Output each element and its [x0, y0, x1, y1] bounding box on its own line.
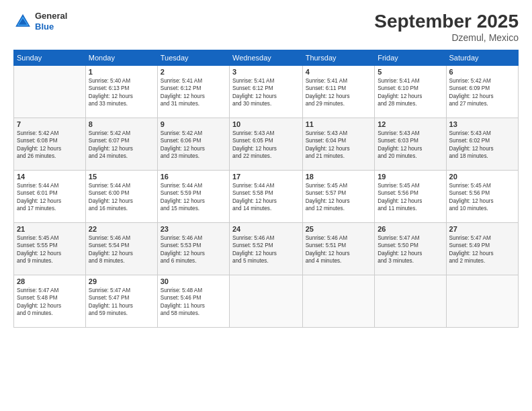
location: Dzemul, Mexico — [374, 32, 519, 43]
calendar-cell: 8Sunrise: 5:42 AMSunset: 6:07 PMDaylight… — [85, 118, 157, 171]
calendar-cell: 2Sunrise: 5:41 AMSunset: 6:12 PMDaylight… — [157, 66, 229, 118]
calendar-cell: 16Sunrise: 5:44 AMSunset: 5:59 PMDayligh… — [157, 171, 229, 223]
calendar-week-row: 21Sunrise: 5:45 AMSunset: 5:55 PMDayligh… — [14, 223, 519, 275]
day-number: 25 — [306, 225, 372, 233]
calendar-table: SundayMondayTuesdayWednesdayThursdayFrid… — [13, 50, 519, 328]
day-info: Sunrise: 5:44 AMSunset: 5:59 PMDaylight:… — [161, 182, 226, 213]
calendar-cell: 17Sunrise: 5:44 AMSunset: 5:58 PMDayligh… — [229, 171, 302, 223]
day-number: 11 — [306, 120, 372, 128]
day-number: 7 — [17, 120, 83, 128]
calendar-cell: 3Sunrise: 5:41 AMSunset: 6:12 PMDaylight… — [229, 66, 302, 118]
day-number: 8 — [89, 120, 154, 128]
day-info: Sunrise: 5:42 AMSunset: 6:09 PMDaylight:… — [449, 77, 515, 108]
calendar-cell: 15Sunrise: 5:44 AMSunset: 6:00 PMDayligh… — [85, 171, 157, 223]
day-info: Sunrise: 5:47 AMSunset: 5:47 PMDaylight:… — [89, 287, 154, 318]
header: General Blue September 2025 Dzemul, Mexi… — [13, 11, 519, 43]
day-info: Sunrise: 5:46 AMSunset: 5:52 PMDaylight:… — [232, 234, 300, 265]
day-number: 18 — [306, 173, 372, 181]
weekday-header-row: SundayMondayTuesdayWednesdayThursdayFrid… — [14, 50, 519, 66]
day-number: 22 — [89, 225, 154, 233]
calendar-cell: 5Sunrise: 5:41 AMSunset: 6:10 PMDaylight… — [375, 66, 446, 118]
day-number: 15 — [89, 173, 154, 181]
calendar-cell — [446, 275, 518, 328]
day-info: Sunrise: 5:42 AMSunset: 6:07 PMDaylight:… — [89, 130, 154, 161]
page: General Blue September 2025 Dzemul, Mexi… — [0, 0, 532, 411]
day-info: Sunrise: 5:44 AMSunset: 6:01 PMDaylight:… — [17, 182, 83, 213]
calendar-week-row: 14Sunrise: 5:44 AMSunset: 6:01 PMDayligh… — [14, 171, 519, 223]
weekday-header-sunday: Sunday — [14, 50, 86, 66]
day-info: Sunrise: 5:44 AMSunset: 6:00 PMDaylight:… — [89, 182, 154, 213]
day-number: 19 — [378, 173, 443, 181]
calendar-cell: 14Sunrise: 5:44 AMSunset: 6:01 PMDayligh… — [14, 171, 86, 223]
calendar-cell: 18Sunrise: 5:45 AMSunset: 5:57 PMDayligh… — [302, 171, 375, 223]
calendar-week-row: 7Sunrise: 5:42 AMSunset: 6:08 PMDaylight… — [14, 118, 519, 171]
calendar-cell: 25Sunrise: 5:46 AMSunset: 5:51 PMDayligh… — [302, 223, 375, 275]
calendar-cell: 28Sunrise: 5:47 AMSunset: 5:48 PMDayligh… — [14, 275, 86, 328]
calendar-cell: 6Sunrise: 5:42 AMSunset: 6:09 PMDaylight… — [446, 66, 518, 118]
day-number: 6 — [449, 68, 515, 76]
calendar-cell — [375, 275, 446, 328]
day-info: Sunrise: 5:43 AMSunset: 6:02 PMDaylight:… — [449, 130, 515, 161]
calendar-week-row: 1Sunrise: 5:40 AMSunset: 6:13 PMDaylight… — [14, 66, 519, 118]
day-info: Sunrise: 5:41 AMSunset: 6:10 PMDaylight:… — [378, 77, 443, 108]
day-info: Sunrise: 5:41 AMSunset: 6:12 PMDaylight:… — [161, 77, 226, 108]
day-number: 4 — [306, 68, 372, 76]
day-info: Sunrise: 5:44 AMSunset: 5:58 PMDaylight:… — [232, 182, 300, 213]
weekday-header-saturday: Saturday — [446, 50, 518, 66]
calendar-cell: 11Sunrise: 5:43 AMSunset: 6:04 PMDayligh… — [302, 118, 375, 171]
day-number: 26 — [378, 225, 443, 233]
day-number: 12 — [378, 120, 443, 128]
weekday-header-tuesday: Tuesday — [157, 50, 229, 66]
calendar-cell: 23Sunrise: 5:46 AMSunset: 5:53 PMDayligh… — [157, 223, 229, 275]
calendar-cell: 24Sunrise: 5:46 AMSunset: 5:52 PMDayligh… — [229, 223, 302, 275]
calendar-cell: 7Sunrise: 5:42 AMSunset: 6:08 PMDaylight… — [14, 118, 86, 171]
calendar-cell: 29Sunrise: 5:47 AMSunset: 5:47 PMDayligh… — [85, 275, 157, 328]
calendar-cell: 10Sunrise: 5:43 AMSunset: 6:05 PMDayligh… — [229, 118, 302, 171]
day-number: 16 — [161, 173, 226, 181]
day-info: Sunrise: 5:40 AMSunset: 6:13 PMDaylight:… — [89, 77, 154, 108]
day-number: 17 — [232, 173, 300, 181]
day-info: Sunrise: 5:45 AMSunset: 5:56 PMDaylight:… — [378, 182, 443, 213]
calendar-cell — [229, 275, 302, 328]
calendar-week-row: 28Sunrise: 5:47 AMSunset: 5:48 PMDayligh… — [14, 275, 519, 328]
logo-text: General Blue — [35, 11, 67, 32]
calendar-cell: 4Sunrise: 5:41 AMSunset: 6:11 PMDaylight… — [302, 66, 375, 118]
day-info: Sunrise: 5:41 AMSunset: 6:11 PMDaylight:… — [306, 77, 372, 108]
calendar-cell — [302, 275, 375, 328]
logo-icon — [13, 12, 32, 31]
calendar-cell: 12Sunrise: 5:43 AMSunset: 6:03 PMDayligh… — [375, 118, 446, 171]
day-info: Sunrise: 5:47 AMSunset: 5:50 PMDaylight:… — [378, 234, 443, 265]
day-info: Sunrise: 5:42 AMSunset: 6:06 PMDaylight:… — [161, 130, 226, 161]
day-number: 1 — [89, 68, 154, 76]
calendar-cell: 21Sunrise: 5:45 AMSunset: 5:55 PMDayligh… — [14, 223, 86, 275]
month-title: September 2025 — [374, 11, 519, 32]
weekday-header-wednesday: Wednesday — [229, 50, 302, 66]
day-info: Sunrise: 5:47 AMSunset: 5:48 PMDaylight:… — [17, 287, 83, 318]
day-info: Sunrise: 5:45 AMSunset: 5:55 PMDaylight:… — [17, 234, 83, 265]
day-info: Sunrise: 5:46 AMSunset: 5:54 PMDaylight:… — [89, 234, 154, 265]
calendar-cell — [14, 66, 86, 118]
title-block: September 2025 Dzemul, Mexico — [374, 11, 519, 43]
day-info: Sunrise: 5:41 AMSunset: 6:12 PMDaylight:… — [232, 77, 300, 108]
calendar-cell: 9Sunrise: 5:42 AMSunset: 6:06 PMDaylight… — [157, 118, 229, 171]
day-number: 5 — [378, 68, 443, 76]
calendar-cell: 20Sunrise: 5:45 AMSunset: 5:56 PMDayligh… — [446, 171, 518, 223]
logo: General Blue — [13, 11, 67, 32]
day-info: Sunrise: 5:46 AMSunset: 5:51 PMDaylight:… — [306, 234, 372, 265]
calendar-cell: 27Sunrise: 5:47 AMSunset: 5:49 PMDayligh… — [446, 223, 518, 275]
calendar-cell: 26Sunrise: 5:47 AMSunset: 5:50 PMDayligh… — [375, 223, 446, 275]
day-info: Sunrise: 5:47 AMSunset: 5:49 PMDaylight:… — [449, 234, 515, 265]
day-info: Sunrise: 5:43 AMSunset: 6:04 PMDaylight:… — [306, 130, 372, 161]
day-number: 20 — [449, 173, 515, 181]
calendar-cell: 22Sunrise: 5:46 AMSunset: 5:54 PMDayligh… — [85, 223, 157, 275]
calendar-cell: 19Sunrise: 5:45 AMSunset: 5:56 PMDayligh… — [375, 171, 446, 223]
day-number: 14 — [17, 173, 83, 181]
day-number: 23 — [161, 225, 226, 233]
day-info: Sunrise: 5:45 AMSunset: 5:56 PMDaylight:… — [449, 182, 515, 213]
day-number: 3 — [232, 68, 300, 76]
weekday-header-thursday: Thursday — [302, 50, 375, 66]
calendar-cell: 1Sunrise: 5:40 AMSunset: 6:13 PMDaylight… — [85, 66, 157, 118]
day-number: 24 — [232, 225, 300, 233]
day-number: 28 — [17, 277, 83, 285]
weekday-header-friday: Friday — [375, 50, 446, 66]
